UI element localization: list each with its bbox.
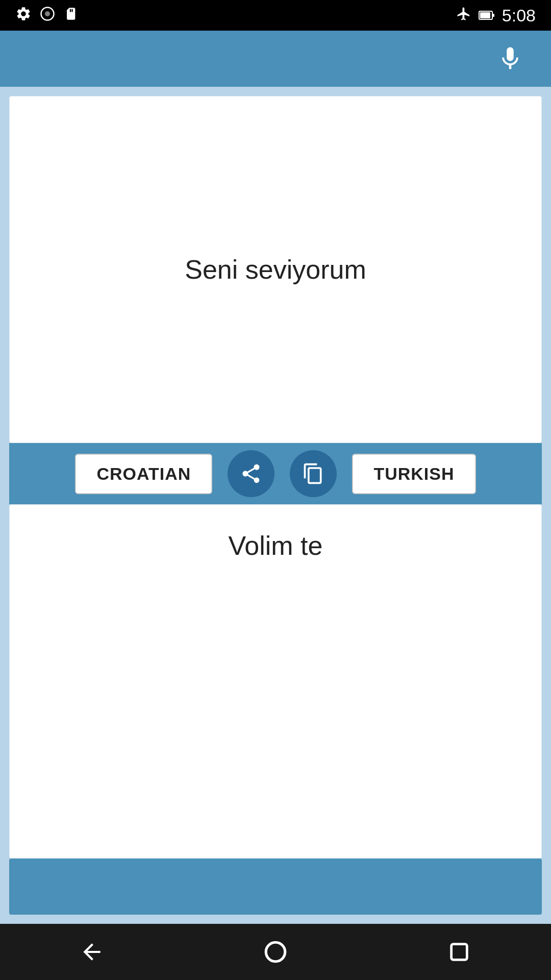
back-button[interactable]	[71, 932, 112, 972]
source-text: Seni seviyorum	[174, 244, 376, 295]
share-icon	[240, 462, 262, 485]
bottom-action-bar	[9, 859, 542, 915]
clock-icon	[40, 6, 55, 25]
status-right-icons: 5:08	[456, 6, 536, 26]
sd-card-icon	[63, 7, 78, 24]
source-text-panel[interactable]: Seni seviyorum	[9, 96, 542, 443]
nav-bar	[0, 924, 551, 980]
back-icon	[79, 939, 105, 965]
home-button[interactable]	[255, 932, 296, 972]
status-bar: 5:08	[0, 0, 551, 31]
target-language-button[interactable]: TURKISH	[352, 454, 475, 494]
settings-icon	[15, 6, 32, 26]
share-button[interactable]	[228, 450, 274, 497]
battery-icon	[479, 6, 495, 25]
recents-button[interactable]	[439, 932, 480, 972]
time-display: 5:08	[502, 6, 536, 26]
translation-panel: Volim te	[9, 504, 542, 859]
main-content: Seni seviyorum CROATIAN TURKISH Volim te	[0, 87, 551, 924]
copy-button[interactable]	[290, 450, 337, 497]
controls-bar: CROATIAN TURKISH	[9, 443, 542, 504]
source-language-button[interactable]: CROATIAN	[75, 454, 212, 494]
svg-point-5	[266, 942, 285, 962]
home-icon	[263, 939, 288, 965]
svg-rect-3	[480, 12, 490, 18]
airplane-icon	[456, 6, 471, 25]
svg-point-1	[45, 11, 50, 16]
svg-rect-4	[493, 14, 494, 17]
translation-text: Volim te	[229, 530, 323, 561]
recents-icon	[447, 940, 471, 964]
svg-rect-6	[452, 944, 467, 960]
status-left-icons	[15, 6, 78, 26]
mic-icon	[496, 45, 524, 72]
microphone-button[interactable]	[490, 38, 531, 79]
copy-icon	[302, 462, 324, 485]
app-header	[0, 31, 551, 87]
